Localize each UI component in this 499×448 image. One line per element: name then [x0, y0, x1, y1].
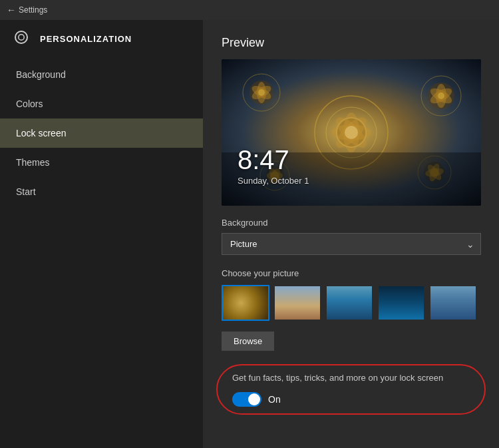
picture-thumb-4[interactable]	[377, 285, 425, 321]
toggle-row: On	[232, 392, 470, 407]
svg-point-9	[345, 126, 358, 139]
browse-button[interactable]: Browse	[222, 332, 274, 351]
choose-picture-label: Choose your picture	[222, 268, 480, 278]
sidebar-item-lock-screen[interactable]: Lock screen	[0, 118, 203, 148]
thumb-4-preview	[379, 286, 424, 320]
thumb-5-preview	[430, 286, 476, 320]
background-section-label: Background	[222, 218, 480, 228]
sidebar: PERSONALIZATION Background Colors Lock s…	[0, 20, 203, 448]
content-area: Preview	[203, 20, 499, 448]
fun-facts-section: Get fun facts, tips, tricks, and more on…	[222, 364, 480, 415]
sidebar-item-colors[interactable]: Colors	[0, 89, 203, 118]
back-button[interactable]: ← Settings	[7, 5, 47, 15]
svg-point-21	[438, 93, 444, 99]
fun-facts-toggle[interactable]	[232, 392, 261, 407]
sidebar-item-start[interactable]: Start	[0, 177, 203, 206]
background-dropdown[interactable]: Picture Windows spotlight Slideshow	[222, 233, 481, 255]
picture-grid	[222, 285, 480, 321]
toggle-knob	[248, 393, 260, 405]
lock-date: Sunday, October 1	[238, 176, 309, 186]
picture-thumb-3[interactable]	[325, 285, 373, 321]
back-arrow-icon: ←	[7, 5, 16, 15]
personalization-icon	[13, 29, 32, 48]
lock-time-overlay: 8:47 Sunday, October 1	[238, 146, 309, 186]
picture-thumb-5[interactable]	[429, 285, 477, 321]
top-bar: ← Settings	[0, 0, 499, 20]
fun-facts-text: Get fun facts, tips, tricks, and more on…	[232, 372, 470, 384]
thumb-3-preview	[327, 286, 372, 320]
thumb-2-preview	[275, 286, 320, 320]
sidebar-title: PERSONALIZATION	[40, 34, 132, 44]
lock-screen-preview: 8:47 Sunday, October 1	[222, 59, 481, 206]
sidebar-nav: Background Colors Lock screen Themes Sta…	[0, 60, 203, 206]
sidebar-header: PERSONALIZATION	[0, 20, 203, 57]
main-layout: PERSONALIZATION Background Colors Lock s…	[0, 20, 499, 448]
lock-time: 8:47	[238, 146, 309, 173]
picture-thumb-2[interactable]	[273, 285, 321, 321]
sidebar-item-themes[interactable]: Themes	[0, 148, 203, 177]
toggle-label: On	[268, 394, 281, 405]
preview-title: Preview	[222, 36, 480, 50]
sidebar-item-background[interactable]: Background	[0, 60, 203, 89]
background-dropdown-wrap: Picture Windows spotlight Slideshow ⌄	[222, 233, 481, 255]
picture-thumb-1[interactable]	[222, 285, 269, 321]
svg-point-15	[258, 89, 265, 96]
back-label: Settings	[19, 5, 47, 15]
thumb-1-preview	[223, 286, 268, 320]
